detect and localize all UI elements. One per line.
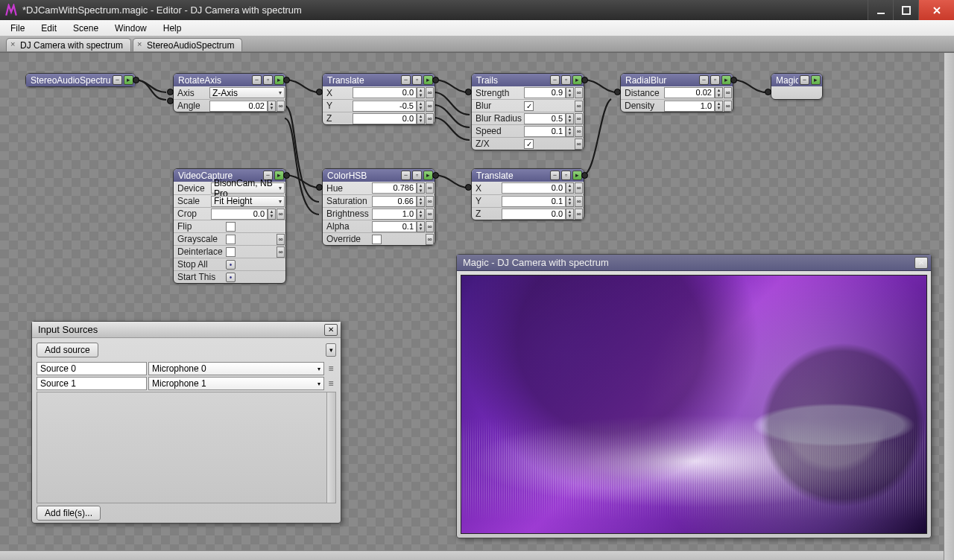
link-icon[interactable]: ∞ bbox=[426, 87, 434, 98]
options-icon[interactable]: ▫ bbox=[561, 75, 571, 85]
port[interactable] bbox=[133, 77, 139, 83]
link-icon[interactable]: ∞ bbox=[575, 196, 583, 207]
panel-close-icon[interactable]: ✕ bbox=[324, 324, 338, 336]
collapse-icon[interactable]: − bbox=[113, 75, 122, 85]
port[interactable] bbox=[167, 98, 174, 104]
link-icon[interactable]: ∞ bbox=[277, 234, 285, 245]
maximize-button[interactable] bbox=[893, 0, 918, 20]
minimize-button[interactable] bbox=[868, 0, 893, 20]
add-files-button[interactable]: Add file(s)... bbox=[37, 506, 101, 521]
port[interactable] bbox=[465, 184, 472, 191]
density-input[interactable]: 1.0 bbox=[664, 101, 715, 112]
port[interactable] bbox=[167, 89, 174, 95]
link-icon[interactable]: ∞ bbox=[277, 246, 285, 258]
link-icon[interactable]: ∞ bbox=[426, 182, 434, 194]
override-checkbox[interactable] bbox=[372, 235, 382, 244]
stepper[interactable]: ▲▼ bbox=[268, 101, 276, 112]
link-icon[interactable]: ∞ bbox=[575, 182, 583, 194]
menu-help[interactable]: Help bbox=[156, 22, 189, 35]
options-icon[interactable]: ▫ bbox=[412, 75, 422, 85]
scale-select[interactable]: Fit Height bbox=[211, 196, 285, 207]
link-icon[interactable]: ∞ bbox=[575, 101, 583, 112]
node-canvas[interactable]: StereoAudioSpectrum − ▸ RotateAxis − ▫ ▸… bbox=[0, 52, 954, 560]
grip-icon[interactable]: ≡ bbox=[326, 377, 336, 390]
flip-checkbox[interactable] bbox=[226, 222, 236, 232]
port[interactable] bbox=[765, 89, 771, 95]
link-icon[interactable]: ∞ bbox=[277, 101, 285, 112]
link-icon[interactable]: ∞ bbox=[724, 101, 732, 112]
scrollbar-vertical[interactable] bbox=[944, 53, 954, 560]
speed-input[interactable]: 0.1 bbox=[524, 126, 566, 137]
link-icon[interactable]: ∞ bbox=[426, 101, 434, 112]
source-device-select[interactable]: Microphone 1 bbox=[148, 377, 324, 390]
hue-input[interactable]: 0.786 bbox=[372, 182, 417, 194]
tab-stereo-audio[interactable]: StereoAudioSpectrum bbox=[133, 38, 242, 51]
link-icon[interactable]: ∞ bbox=[575, 126, 583, 137]
node-translate-2[interactable]: Translate −▫▸ X0.0▲▼∞ Y0.1▲▼∞ Z0.0▲▼∞ bbox=[471, 168, 584, 220]
z-input[interactable]: 0.0 bbox=[353, 113, 417, 124]
alpha-input[interactable]: 0.1 bbox=[372, 221, 417, 232]
port[interactable] bbox=[465, 89, 472, 95]
collapse-icon[interactable]: − bbox=[401, 171, 411, 180]
collapse-icon[interactable]: − bbox=[401, 75, 411, 85]
options-icon[interactable]: ▫ bbox=[710, 75, 720, 85]
saturation-input[interactable]: 0.66 bbox=[372, 196, 417, 207]
x-input[interactable]: 0.0 bbox=[502, 182, 566, 194]
link-icon[interactable]: ∞ bbox=[575, 113, 583, 124]
port[interactable] bbox=[581, 172, 588, 179]
collapse-icon[interactable]: − bbox=[252, 75, 262, 85]
port[interactable] bbox=[614, 89, 621, 95]
stop-all-button[interactable] bbox=[226, 260, 236, 270]
blur-radius-input[interactable]: 0.5 bbox=[524, 113, 566, 124]
source-name-input[interactable]: Source 1 bbox=[37, 377, 147, 390]
strength-input[interactable]: 0.9 bbox=[524, 87, 566, 98]
menu-window[interactable]: Window bbox=[107, 22, 154, 35]
menu-scene[interactable]: Scene bbox=[66, 22, 106, 35]
port[interactable] bbox=[283, 77, 290, 83]
node-translate-1[interactable]: Translate −▫▸ X0.0▲▼∞ Y-0.5▲▼∞ Z0.0▲▼∞ bbox=[322, 73, 435, 125]
axis-select[interactable]: Z-Axis bbox=[209, 87, 285, 98]
crop-input[interactable]: 0.0 bbox=[211, 209, 268, 220]
y-input[interactable]: 0.1 bbox=[502, 196, 566, 207]
link-icon[interactable]: ∞ bbox=[426, 234, 434, 245]
link-icon[interactable]: ∞ bbox=[575, 139, 583, 150]
start-this-button[interactable] bbox=[226, 273, 236, 282]
close-button[interactable] bbox=[918, 0, 954, 20]
port[interactable] bbox=[730, 77, 737, 83]
deinterlace-checkbox[interactable] bbox=[226, 247, 236, 257]
link-icon[interactable]: ∞ bbox=[426, 113, 434, 124]
collapse-icon[interactable]: − bbox=[550, 171, 560, 180]
add-source-button[interactable]: Add source bbox=[37, 343, 98, 357]
input-sources-panel[interactable]: Input Sources ✕ Add source ▾ Source 0 Mi… bbox=[31, 321, 341, 524]
preview-close-icon[interactable]: ✕ bbox=[914, 257, 928, 269]
x-input[interactable]: 0.0 bbox=[353, 87, 417, 98]
port[interactable] bbox=[316, 184, 323, 191]
y-input[interactable]: -0.5 bbox=[353, 101, 417, 112]
link-icon[interactable]: ∞ bbox=[277, 209, 285, 220]
collapse-icon[interactable]: − bbox=[550, 75, 560, 85]
node-rotate-axis[interactable]: RotateAxis − ▫ ▸ Axis Z-Axis Angle 0.02 … bbox=[173, 73, 286, 112]
bypass-icon[interactable]: ▸ bbox=[811, 75, 821, 85]
node-magic[interactable]: Magic −▸ bbox=[771, 73, 823, 100]
angle-input[interactable]: 0.02 bbox=[209, 101, 268, 112]
zx-checkbox[interactable]: ✓ bbox=[524, 139, 534, 149]
node-color-hsb[interactable]: ColorHSB −▫▸ Hue0.786▲▼∞ Saturation0.66▲… bbox=[322, 168, 435, 246]
port[interactable] bbox=[581, 77, 588, 83]
collapse-icon[interactable]: − bbox=[699, 75, 709, 85]
menu-edit[interactable]: Edit bbox=[34, 22, 64, 35]
grayscale-checkbox[interactable] bbox=[226, 235, 236, 244]
link-icon[interactable]: ∞ bbox=[426, 196, 434, 207]
collapse-icon[interactable]: − bbox=[800, 75, 809, 85]
source-device-select[interactable]: Microphone 0 bbox=[148, 362, 324, 375]
link-icon[interactable]: ∞ bbox=[575, 87, 583, 98]
menu-file[interactable]: File bbox=[3, 22, 32, 35]
tab-dj-camera[interactable]: DJ Camera with spectrum bbox=[6, 38, 131, 51]
port[interactable] bbox=[316, 89, 323, 95]
dropdown-icon[interactable]: ▾ bbox=[326, 343, 336, 357]
node-trails[interactable]: Trails −▫▸ Strength0.9▲▼∞ Blur✓∞ Blur Ra… bbox=[471, 73, 584, 150]
link-icon[interactable]: ∞ bbox=[426, 221, 434, 232]
options-icon[interactable]: ▫ bbox=[561, 171, 571, 180]
brightness-input[interactable]: 1.0 bbox=[372, 209, 417, 220]
node-radial-blur[interactable]: RadialBlur −▫▸ Distance0.02▲▼∞ Density1.… bbox=[620, 73, 733, 112]
link-icon[interactable]: ∞ bbox=[575, 209, 583, 220]
